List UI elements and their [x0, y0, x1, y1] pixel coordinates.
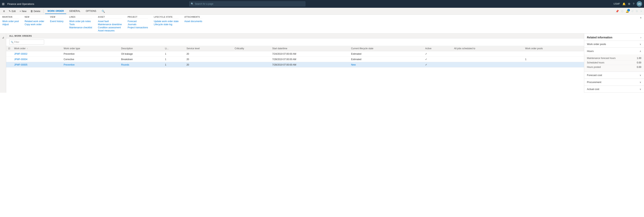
- search-input[interactable]: [189, 1, 305, 7]
- scheduled-hours-value: 0.00: [637, 61, 641, 64]
- toolbar-group-view-header: VIEW: [50, 16, 64, 19]
- col-type[interactable]: Work order type: [62, 46, 119, 51]
- row3-work-order[interactable]: JPMF-00005: [12, 62, 62, 67]
- accordion-work-order-pools-chevron: ∨: [640, 43, 641, 46]
- lifecycle-state-log-link[interactable]: Lifecycle state log: [154, 23, 178, 26]
- edit-button[interactable]: ✎ Edit: [7, 9, 17, 13]
- ribbon-bar: ≡ ✎ Edit + New 🗑 Delete WORK ORDER GENER…: [0, 8, 644, 15]
- row3-active: ✓: [423, 62, 452, 67]
- journals-link[interactable]: Journals: [128, 23, 148, 26]
- row3-type[interactable]: Preventive: [62, 62, 119, 67]
- accordion-forecast-cost-label: Forecast cost: [587, 74, 602, 77]
- select-all-checkbox[interactable]: ☑: [8, 47, 10, 50]
- table-header-row: ☑ Work order ↑ Work order type Descripti…: [6, 46, 584, 51]
- refresh-icon[interactable]: ↺: [631, 10, 634, 13]
- col-active[interactable]: Active: [423, 46, 452, 51]
- work-order-job-notes-link[interactable]: Work order job notes: [69, 20, 92, 23]
- filter-input[interactable]: [9, 40, 44, 45]
- row2-checkbox[interactable]: [6, 57, 12, 62]
- row3-checkbox[interactable]: [6, 62, 12, 67]
- office-icon[interactable]: O: [621, 10, 623, 13]
- hours-posted-value: 0.00: [637, 66, 641, 68]
- asset-documents-link[interactable]: Asset documents: [184, 20, 202, 23]
- right-panel-close-button[interactable]: ›: [640, 36, 641, 39]
- accordion-forecast-cost-header[interactable]: Forecast cost ∨: [584, 72, 644, 78]
- toolbar-group-project: PROJECT Forecast Journals Project transa…: [128, 16, 148, 32]
- notification-icon[interactable]: 🔔: [622, 2, 626, 6]
- accordion-work-order-pools-header[interactable]: Work order pools ∨: [584, 41, 644, 48]
- tools-link[interactable]: Tools: [69, 23, 92, 26]
- work-orders-table: ☑ Work order ↑ Work order type Descripti…: [6, 46, 584, 67]
- toolbar-attachments-items: Asset documents: [184, 20, 202, 23]
- accordion-procurement: Procurement ∨: [584, 79, 644, 86]
- adjust-link[interactable]: Adjust: [2, 23, 19, 26]
- top-bar: ⊞ Finance and Operations 🔍 USMF 🔔 ⚙ ? US: [0, 0, 644, 8]
- toolbar-group-project-header: PROJECT: [128, 16, 148, 19]
- apps-icon[interactable]: ⊞: [2, 2, 4, 6]
- asset-measures-link[interactable]: Asset measures: [98, 29, 122, 32]
- scheduled-hours-row: Scheduled hours 0.00: [587, 60, 641, 65]
- row2-type: Corrective: [62, 57, 119, 62]
- tab-work-order[interactable]: WORK ORDER: [45, 9, 66, 14]
- list-title: ALL WORK ORDERS: [9, 35, 32, 37]
- col-start-datetime[interactable]: Start date/time: [270, 46, 349, 51]
- col-li[interactable]: Li...: [163, 46, 184, 51]
- tab-options[interactable]: OPTIONS: [84, 9, 98, 14]
- ribbon-collapse-button[interactable]: ∧: [640, 16, 642, 19]
- maintenance-checklist-link[interactable]: Maintenance checklist: [69, 26, 92, 29]
- col-work-order[interactable]: Work order ↑: [12, 46, 62, 51]
- col-description[interactable]: Description: [119, 46, 163, 51]
- forecast-link[interactable]: Forecast: [128, 20, 148, 23]
- row1-pools: [523, 51, 584, 57]
- ribbon-search-button[interactable]: 🔍: [100, 9, 106, 14]
- toolbar-group-attachments: ATTACHMENTS Asset documents: [184, 16, 202, 32]
- row1-work-order[interactable]: JPMF-00002: [12, 51, 62, 57]
- event-history-link[interactable]: Event history: [50, 20, 64, 23]
- col-pools[interactable]: Work order pools: [523, 46, 584, 51]
- row1-li: 1: [163, 51, 184, 57]
- col-service-level[interactable]: Service level: [184, 46, 233, 51]
- update-work-order-state-link[interactable]: Update work order state: [154, 20, 178, 23]
- related-work-order-link[interactable]: Related work order: [24, 20, 44, 23]
- maintenance-downtime-link[interactable]: Maintenance downtime: [98, 23, 122, 26]
- row3-jobs-scheduled: [452, 62, 523, 67]
- toolbar-maintain-items: Work order pool Adjust: [2, 20, 19, 26]
- window-restore-icon[interactable]: ⧉: [636, 10, 638, 13]
- accordion-hours: Hours ∧ Maintenance forecast hours 1.00 …: [584, 48, 644, 72]
- asset-fault-link[interactable]: Asset fault: [98, 20, 122, 23]
- window-close-icon[interactable]: ✕: [640, 10, 642, 13]
- checkbox-column-header[interactable]: ☑: [6, 46, 12, 51]
- right-panel-header: Related information ›: [584, 34, 644, 41]
- row2-work-order[interactable]: JPMF-00004: [12, 57, 62, 62]
- toolbar-group-maintain-header: MAINTAIN: [2, 16, 19, 19]
- new-button[interactable]: + New: [18, 9, 28, 13]
- delete-icon: 🗑: [30, 10, 33, 13]
- hamburger-menu[interactable]: ≡: [2, 9, 6, 14]
- col-jobs-scheduled[interactable]: All jobs scheduled to: [452, 46, 523, 51]
- accordion-hours-content: Maintenance forecast hours 1.00 Schedule…: [584, 54, 644, 72]
- row1-type: Preventive: [62, 51, 119, 57]
- table-body: JPMF-00002 Preventive Oil leakage 1 20 7…: [6, 51, 584, 67]
- condition-assessment-link[interactable]: Condition assessment: [98, 26, 122, 29]
- sidebar-toggle[interactable]: ⊿: [0, 34, 6, 93]
- accordion-actual-cost-header[interactable]: Actual cost ∨: [584, 86, 644, 92]
- accordion-hours-header[interactable]: Hours ∧: [584, 48, 644, 54]
- row3-description[interactable]: Rounds: [119, 62, 163, 67]
- help-icon[interactable]: ?: [633, 2, 634, 6]
- pin-icon[interactable]: 📌: [616, 10, 619, 13]
- col-lifecycle-state[interactable]: Current lifecycle state: [349, 46, 423, 51]
- avatar[interactable]: US: [637, 1, 642, 7]
- project-transactions-link[interactable]: Project transactions: [128, 26, 148, 29]
- delete-button[interactable]: 🗑 Delete: [29, 9, 42, 13]
- col-criticality[interactable]: Criticality: [233, 46, 270, 51]
- accordion-procurement-header[interactable]: Procurement ∨: [584, 79, 644, 85]
- tab-general[interactable]: GENERAL: [67, 9, 83, 14]
- row1-checkbox[interactable]: [6, 51, 12, 57]
- toolbar-group-view: VIEW Event history: [50, 16, 64, 32]
- work-order-pool-link[interactable]: Work order pool: [2, 20, 19, 23]
- left-panel: ALL WORK ORDERS 🔍 ☑ Work order ↑ Work or…: [6, 34, 584, 93]
- settings-icon[interactable]: ⚙: [628, 2, 630, 6]
- notification-ribbon-icon[interactable]: 🔔 0: [626, 10, 629, 13]
- user-label: USMF: [614, 3, 620, 5]
- copy-work-order-link[interactable]: Copy work order: [24, 23, 44, 26]
